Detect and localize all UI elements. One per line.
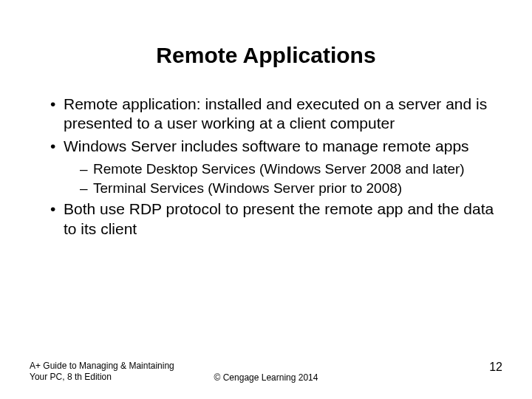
- bullet-item: Windows Server includes software to mana…: [50, 137, 502, 197]
- page-number: 12: [489, 361, 502, 374]
- bullet-item: Remote application: installed and execut…: [50, 95, 502, 134]
- sub-bullet-list: Remote Desktop Services (Windows Server …: [64, 160, 502, 197]
- sub-bullet-item: Remote Desktop Services (Windows Server …: [80, 160, 502, 178]
- sub-bullet-item: Terminal Services (Windows Server prior …: [80, 180, 502, 197]
- footer-source-line: A+ Guide to Managing & Maintaining: [30, 361, 174, 372]
- bullet-item: Both use RDP protocol to present the rem…: [50, 200, 502, 239]
- footer-copyright: © Cengage Learning 2014: [30, 372, 502, 383]
- slide-title: Remote Applications: [30, 43, 502, 68]
- slide: Remote Applications Remote application: …: [0, 0, 532, 399]
- bullet-text: Windows Server includes software to mana…: [64, 137, 469, 154]
- bullet-list: Remote application: installed and execut…: [30, 95, 502, 239]
